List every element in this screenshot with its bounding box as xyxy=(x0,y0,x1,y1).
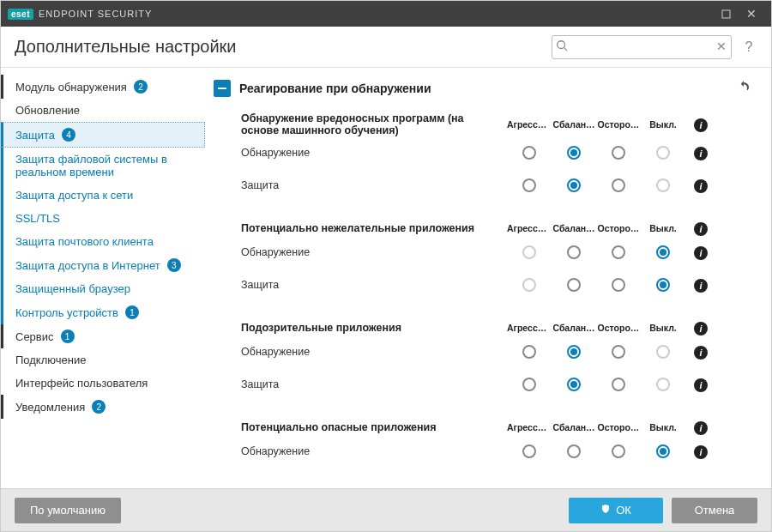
column-header: Осторо… xyxy=(596,323,641,333)
radio-option[interactable] xyxy=(656,146,670,160)
sidebar-item-11[interactable]: Подключение xyxy=(1,348,205,372)
radio-option[interactable] xyxy=(612,278,625,292)
sidebar-item-13[interactable]: Уведомления2 xyxy=(1,395,205,419)
radio-option[interactable] xyxy=(522,245,536,259)
search-icon xyxy=(556,39,568,54)
ok-button[interactable]: ОК xyxy=(569,498,663,523)
info-icon[interactable]: i xyxy=(694,445,708,459)
column-header: Выкл. xyxy=(641,323,685,333)
sidebar-item-0[interactable]: Модуль обнаружения2 xyxy=(1,75,205,99)
info-icon[interactable]: i xyxy=(694,378,708,392)
radio-option[interactable] xyxy=(612,245,625,259)
group-header: Подозрительные приложенияАгресси…Сбалан…… xyxy=(241,320,756,336)
undo-icon xyxy=(737,80,751,94)
column-header: Осторо… xyxy=(596,119,641,130)
defaults-button[interactable]: По умолчанию xyxy=(15,498,121,523)
page-title: Дополнительные настройки xyxy=(15,37,237,57)
sidebar-item-7[interactable]: Защита доступа в Интернет3 xyxy=(1,253,205,277)
sidebar-item-10[interactable]: Сервис1 xyxy=(1,324,205,348)
settings-group-3: Потенциально опасные приложенияАгресси…С… xyxy=(214,413,763,480)
radio-option[interactable] xyxy=(612,378,625,391)
radio-option[interactable] xyxy=(567,345,581,359)
body: Модуль обнаружения2ОбновлениеЗащита4Защи… xyxy=(1,68,771,488)
radio-option[interactable] xyxy=(567,178,581,192)
undo-button[interactable] xyxy=(737,80,757,97)
close-button[interactable]: ✕ xyxy=(739,1,764,27)
cancel-button[interactable]: Отмена xyxy=(672,498,757,523)
ok-label: ОК xyxy=(616,504,631,517)
group-header: Потенциально опасные приложенияАгресси…С… xyxy=(241,420,756,435)
column-header: Выкл. xyxy=(641,119,685,130)
sidebar-item-9[interactable]: Контроль устройств1 xyxy=(1,300,205,324)
sidebar-item-5[interactable]: SSL/TLS xyxy=(1,207,205,230)
clear-search-icon[interactable]: ✕ xyxy=(716,39,727,53)
info-icon[interactable]: i xyxy=(694,421,708,435)
settings-row: Обнаружениеi xyxy=(241,435,756,468)
radio-option[interactable] xyxy=(656,345,670,359)
sidebar-item-label: Защита доступа в Интернет xyxy=(15,259,160,272)
radio-option[interactable] xyxy=(612,345,625,359)
sidebar-item-label: Защита файловой системы в реальном време… xyxy=(15,153,193,178)
radio-option[interactable] xyxy=(656,378,670,391)
collapse-button[interactable] xyxy=(214,80,231,97)
search-input[interactable] xyxy=(552,35,732,59)
info-icon[interactable]: i xyxy=(694,246,708,260)
info-icon[interactable]: i xyxy=(694,147,708,160)
radio-option[interactable] xyxy=(567,378,581,391)
sidebar-badge: 1 xyxy=(61,329,75,343)
column-header: Осторо… xyxy=(596,422,641,432)
group-header: Обнаружение вредоносных программ (на осн… xyxy=(241,112,756,136)
radio-option[interactable] xyxy=(612,444,625,458)
row-label: Обнаружение xyxy=(241,445,507,457)
close-icon: ✕ xyxy=(746,7,757,21)
radio-option[interactable] xyxy=(567,245,581,259)
group-title: Обнаружение вредоносных программ (на осн… xyxy=(241,112,507,136)
radio-option[interactable] xyxy=(567,444,581,458)
radio-option[interactable] xyxy=(522,278,536,292)
radio-option[interactable] xyxy=(522,378,536,391)
settings-group-0: Обнаружение вредоносных программ (на осн… xyxy=(214,106,763,214)
info-icon[interactable]: i xyxy=(694,279,708,293)
row-label: Обнаружение xyxy=(241,147,507,159)
sidebar-item-12[interactable]: Интерфейс пользователя xyxy=(1,372,205,395)
radio-option[interactable] xyxy=(612,146,625,160)
radio-option[interactable] xyxy=(567,146,581,160)
sidebar-item-6[interactable]: Защита почтового клиента xyxy=(1,230,205,253)
sidebar-item-1[interactable]: Обновление xyxy=(1,99,205,122)
settings-panel[interactable]: Реагирование при обнаружении Обнаружение… xyxy=(214,76,768,480)
header: Дополнительные настройки ✕ ? xyxy=(1,27,771,68)
settings-group-2: Подозрительные приложенияАгресси…Сбалан…… xyxy=(214,313,763,413)
radio-option[interactable] xyxy=(612,178,625,192)
groups-container: Обнаружение вредоносных программ (на осн… xyxy=(214,106,763,480)
sidebar-badge: 4 xyxy=(62,128,75,142)
radio-option[interactable] xyxy=(656,278,670,292)
maximize-button[interactable] xyxy=(713,1,739,27)
sidebar-item-4[interactable]: Защита доступа к сети xyxy=(1,184,205,207)
info-icon[interactable]: i xyxy=(694,346,708,360)
svg-point-1 xyxy=(558,40,565,48)
info-icon[interactable]: i xyxy=(694,222,708,236)
radio-option[interactable] xyxy=(522,444,536,458)
radio-option[interactable] xyxy=(656,245,670,259)
sidebar-item-3[interactable]: Защита файловой системы в реальном време… xyxy=(1,148,205,184)
help-button[interactable]: ? xyxy=(740,39,757,55)
info-icon[interactable]: i xyxy=(694,118,708,132)
info-icon[interactable]: i xyxy=(694,322,708,336)
radio-option[interactable] xyxy=(656,178,670,192)
svg-rect-3 xyxy=(218,88,226,89)
radio-option[interactable] xyxy=(522,178,536,192)
sidebar-item-label: Уведомления xyxy=(15,401,85,414)
brand-logo: eset xyxy=(8,9,33,20)
radio-option[interactable] xyxy=(567,278,581,292)
group-title: Подозрительные приложения xyxy=(241,322,507,334)
radio-option[interactable] xyxy=(522,146,536,160)
column-header: Выкл. xyxy=(641,223,685,233)
radio-option[interactable] xyxy=(656,444,670,458)
radio-option[interactable] xyxy=(522,345,536,359)
column-header: Выкл. xyxy=(641,422,685,432)
row-label: Защита xyxy=(241,378,507,390)
row-label: Обнаружение xyxy=(241,346,507,358)
sidebar-item-8[interactable]: Защищенный браузер xyxy=(1,277,205,300)
info-icon[interactable]: i xyxy=(694,179,708,193)
sidebar-item-2[interactable]: Защита4 xyxy=(1,122,205,148)
